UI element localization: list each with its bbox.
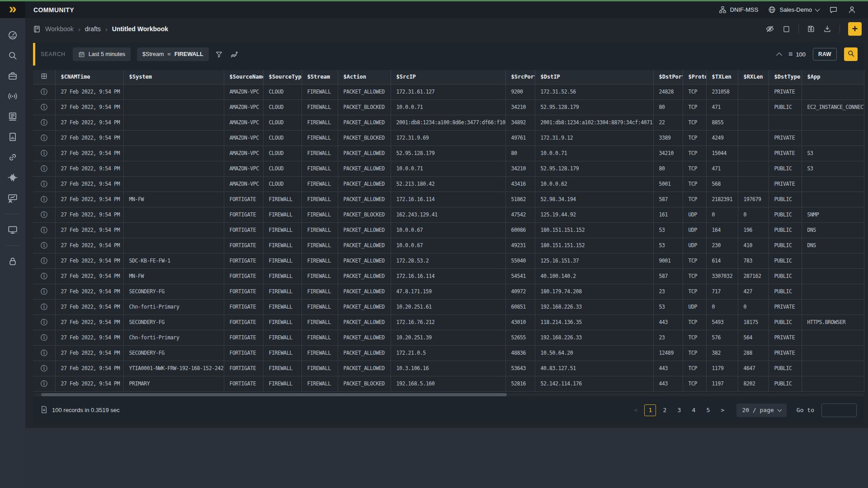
download-icon[interactable]: [823, 25, 831, 33]
hide-preview-icon[interactable]: [765, 24, 774, 33]
column-header[interactable]: $DstPort: [653, 70, 683, 84]
table-cell: [123, 99, 224, 115]
column-header[interactable]: $SourceName: [224, 70, 263, 84]
row-info-icon[interactable]: ⓘ: [33, 222, 55, 238]
column-header[interactable]: $DstType: [769, 70, 802, 84]
table-row: ⓘ27 Feb 2022, 9:54 PMAMAZON-VPCCLOUDFIRE…: [33, 130, 864, 145]
breadcrumb-drafts[interactable]: drafts: [85, 25, 101, 33]
user-profile-icon[interactable]: [848, 5, 856, 14]
column-header[interactable]: $App: [802, 70, 864, 84]
run-search-button[interactable]: [844, 47, 858, 61]
table-cell: PRIVATE: [769, 330, 802, 345]
row-limit-control[interactable]: ≡ 100: [788, 50, 806, 58]
tenant-selector[interactable]: Sales-Demo: [768, 6, 819, 14]
next-page-icon[interactable]: >: [717, 404, 728, 416]
row-info-icon[interactable]: ⓘ: [33, 130, 55, 145]
sidebar-item-workbooks-icon[interactable]: [7, 111, 18, 122]
row-info-icon[interactable]: ⓘ: [33, 238, 55, 253]
feedback-icon[interactable]: [829, 5, 838, 14]
page-button-4[interactable]: 4: [688, 404, 699, 416]
sidebar-item-connectors-icon[interactable]: [7, 152, 18, 163]
row-info-icon[interactable]: ⓘ: [33, 192, 55, 207]
column-header[interactable]: $TXLen: [706, 70, 738, 84]
dnif-logo[interactable]: »: [0, 1, 25, 18]
row-info-icon[interactable]: ⓘ: [33, 161, 55, 176]
row-info-icon[interactable]: ⓘ: [33, 145, 55, 161]
table-grid-icon[interactable]: [33, 70, 55, 84]
row-info-icon[interactable]: ⓘ: [33, 284, 55, 299]
raw-toggle-button[interactable]: RAW: [813, 48, 837, 61]
table-cell: FIREWALL: [263, 207, 302, 222]
horizontal-scrollbar-thumb[interactable]: [41, 393, 506, 396]
add-stage-icon[interactable]: [230, 50, 239, 59]
column-header[interactable]: $Stream: [302, 70, 338, 84]
column-header[interactable]: $Action: [338, 70, 391, 84]
sidebar-item-reports-icon[interactable]: [7, 131, 18, 142]
query-chip[interactable]: $Stream = FIREWALL: [137, 47, 208, 61]
row-info-icon[interactable]: ⓘ: [33, 314, 55, 330]
page-size-select[interactable]: 20 / page: [736, 404, 786, 417]
breadcrumb-root[interactable]: Workbook: [45, 25, 74, 33]
table-cell: 27 Feb 2022, 9:54 PM: [55, 176, 123, 192]
row-info-icon[interactable]: ⓘ: [33, 176, 55, 192]
row-info-icon[interactable]: ⓘ: [33, 345, 55, 361]
table-cell: PACKET_ALLOWED: [338, 161, 391, 176]
table-cell: TCP: [683, 314, 706, 330]
sidebar-item-streams-icon[interactable]: [7, 91, 18, 102]
column-header[interactable]: $DstIP: [535, 70, 653, 84]
row-info-icon[interactable]: ⓘ: [33, 376, 55, 391]
column-header[interactable]: $SourceType: [263, 70, 302, 84]
goto-page-input[interactable]: [821, 404, 857, 417]
column-header[interactable]: $SrcPort: [505, 70, 535, 84]
table-cell: 10.3.106.16: [391, 361, 505, 376]
collapse-search-icon[interactable]: [776, 52, 782, 58]
sidebar-item-training-icon[interactable]: [7, 192, 18, 203]
sidebar-item-security-icon[interactable]: [7, 256, 18, 267]
sidebar-item-endpoints-icon[interactable]: [7, 224, 18, 235]
table-cell: 231058: [706, 84, 738, 99]
sidebar-item-signals-icon[interactable]: [7, 172, 18, 183]
table-cell: 172.28.53.2: [391, 253, 505, 268]
time-range-chip[interactable]: Last 5 minutes: [73, 47, 131, 61]
row-info-icon[interactable]: ⓘ: [33, 84, 55, 99]
table-cell: 180.151.151.152: [535, 238, 653, 253]
row-info-icon[interactable]: ⓘ: [33, 115, 55, 130]
page-button-1[interactable]: 1: [644, 404, 656, 416]
table-cell: 53: [653, 238, 683, 253]
rows-icon: ≡: [788, 50, 793, 58]
table-cell: PRIVATE: [769, 145, 802, 161]
row-info-icon[interactable]: ⓘ: [33, 299, 55, 314]
horizontal-scrollbar-track[interactable]: [33, 393, 864, 396]
workspace-selector[interactable]: DNIF-MSS: [719, 6, 759, 14]
row-info-icon[interactable]: ⓘ: [33, 207, 55, 222]
save-icon[interactable]: [807, 25, 815, 33]
table-cell: SECONDERY-FG: [123, 284, 224, 299]
column-header[interactable]: $Proto: [683, 70, 706, 84]
page-button-2[interactable]: 2: [659, 404, 670, 416]
filter-icon[interactable]: [215, 51, 223, 58]
table-row: ⓘ27 Feb 2022, 9:54 PMSECONDERY-FGFORTIGA…: [33, 284, 864, 299]
page-button-3[interactable]: 3: [673, 404, 685, 416]
row-info-icon[interactable]: ⓘ: [33, 253, 55, 268]
table-cell: [802, 299, 864, 314]
sidebar-item-workspace-icon[interactable]: [7, 70, 18, 81]
add-workbook-button[interactable]: +: [848, 22, 862, 36]
table-cell: 192.168.226.33: [535, 330, 653, 345]
row-info-icon[interactable]: ⓘ: [33, 330, 55, 345]
row-info-icon[interactable]: ⓘ: [33, 99, 55, 115]
sidebar-item-search-icon[interactable]: [7, 50, 18, 61]
row-info-icon[interactable]: ⓘ: [33, 268, 55, 284]
row-info-icon[interactable]: ⓘ: [33, 361, 55, 376]
layout-icon[interactable]: [783, 25, 790, 33]
column-header[interactable]: $RXLen: [738, 70, 769, 84]
column-header[interactable]: $System: [123, 70, 224, 84]
table-cell: 40972: [505, 284, 535, 299]
prev-page-icon[interactable]: <: [630, 404, 642, 416]
column-header[interactable]: $SrcIP: [391, 70, 505, 84]
sidebar-item-dashboard-icon[interactable]: [7, 30, 18, 41]
table-cell: PUBLIC: [769, 222, 802, 238]
column-header[interactable]: $CNAMTime: [55, 70, 123, 84]
table-cell: AMAZON-VPC: [224, 130, 263, 145]
page-button-5[interactable]: 5: [702, 404, 714, 416]
table-cell: [123, 84, 224, 99]
